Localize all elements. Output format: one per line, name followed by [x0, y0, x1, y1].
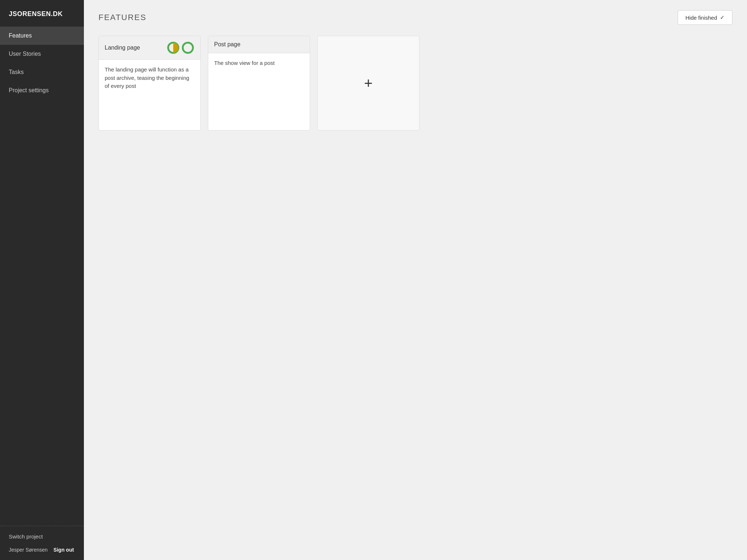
feature-card-body-post-page: The show view for a post: [208, 53, 310, 130]
feature-card-post-page[interactable]: Post page The show view for a post: [208, 36, 310, 131]
circle-icon-1: [167, 41, 180, 54]
signout-button[interactable]: Sign out: [54, 547, 74, 553]
sidebar: JSORENSEN.DK Features User Stories Tasks…: [0, 0, 84, 560]
sidebar-item-project-settings[interactable]: Project settings: [0, 81, 84, 100]
add-feature-icon: +: [364, 75, 372, 92]
main-content: FEATURES Hide finished ✓ Landing page: [84, 0, 747, 560]
switch-project-button[interactable]: Switch project: [9, 533, 75, 540]
main-header: FEATURES Hide finished ✓: [84, 0, 747, 32]
sidebar-item-features[interactable]: Features: [0, 27, 84, 45]
add-feature-button[interactable]: +: [317, 36, 419, 131]
sidebar-nav: Features User Stories Tasks Project sett…: [0, 27, 84, 526]
hide-finished-label: Hide finished: [685, 15, 717, 21]
sidebar-item-user-stories[interactable]: User Stories: [0, 45, 84, 63]
feature-card-title-post-page: Post page: [214, 41, 240, 48]
feature-card-body-landing-page: The landing page will function as a post…: [99, 60, 200, 130]
sidebar-logo: JSORENSEN.DK: [0, 0, 84, 27]
feature-card-landing-page[interactable]: Landing page The landing page will funct…: [98, 36, 201, 131]
page-title: FEATURES: [98, 13, 147, 22]
feature-icons-landing-page: [167, 41, 194, 54]
hide-finished-button[interactable]: Hide finished ✓: [678, 10, 732, 25]
hide-finished-checkmark: ✓: [720, 14, 725, 21]
feature-description-post-page: The show view for a post: [214, 60, 275, 66]
username-label: Jesper Sørensen: [9, 547, 48, 553]
circle-icon-2: [181, 41, 194, 54]
feature-card-header-landing-page: Landing page: [99, 36, 200, 60]
features-grid: Landing page The landing page will funct…: [84, 32, 747, 145]
feature-description-landing-page: The landing page will function as a post…: [105, 66, 189, 89]
sidebar-item-tasks[interactable]: Tasks: [0, 63, 84, 81]
feature-card-title-landing-page: Landing page: [105, 44, 140, 51]
svg-point-1: [183, 43, 193, 53]
sidebar-bottom: Switch project Jesper Sørensen Sign out: [0, 526, 84, 560]
feature-card-header-post-page: Post page: [208, 36, 310, 53]
user-row: Jesper Sørensen Sign out: [9, 547, 75, 553]
